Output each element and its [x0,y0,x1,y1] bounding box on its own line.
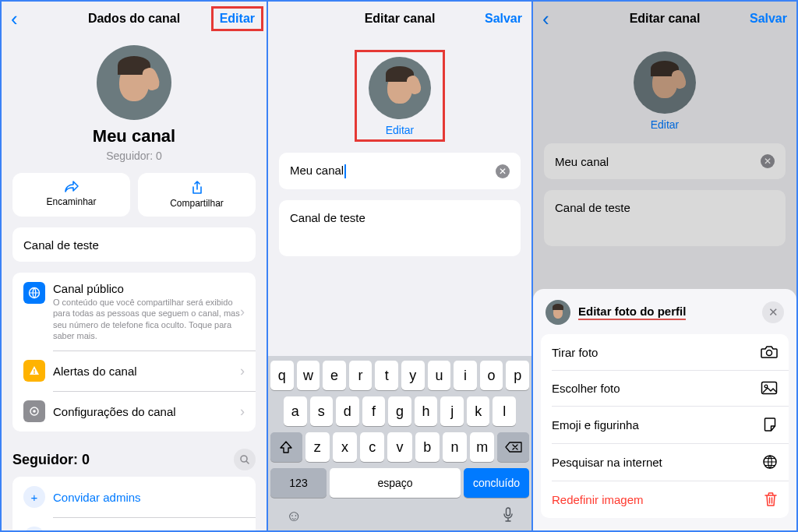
forward-icon [12,181,130,193]
edit-photo-highlight: Editar [355,50,445,142]
keyboard: qwertyuiop asdfghjkl zxcvbnm 123 espaço … [268,356,531,530]
camera-icon [761,345,778,359]
key-y[interactable]: y [401,361,425,390]
svg-point-4 [33,410,36,413]
svg-point-8 [767,351,772,356]
edit-button[interactable]: Editar [211,6,263,31]
key-w[interactable]: w [297,361,320,390]
chevron-right-icon: › [240,363,245,379]
key-n[interactable]: n [443,432,467,462]
alert-icon [23,360,45,382]
key-x[interactable]: x [333,432,357,462]
header: ‹ Dados do canal Editar [2,2,267,36]
action-sheet: Editar foto do perfil ✕ Tirar foto Escol… [533,289,796,530]
key-t[interactable]: t [375,361,398,390]
admins-card: + Convidar admins Link do canal Você [12,477,256,530]
search-icon[interactable] [234,449,256,470]
channel-settings-row[interactable]: Configurações do canal › [12,391,256,432]
channel-alerts-row[interactable]: Alertas do canal › [12,351,256,391]
key-p[interactable]: p [506,361,529,390]
key-s[interactable]: s [310,396,334,426]
share-icon [138,181,256,195]
link-icon [23,527,45,530]
description-input[interactable]: Canal de teste [279,200,521,256]
name-input[interactable]: Meu canal ✕ [279,153,521,189]
key-h[interactable]: h [415,396,438,426]
shift-key[interactable] [270,432,302,462]
back-button[interactable]: ‹ [11,7,18,31]
sticker-icon [762,417,778,432]
mic-key[interactable] [503,507,514,525]
search-web-row[interactable]: Pesquisar na internet [541,443,789,481]
key-z[interactable]: z [305,432,330,462]
key-k[interactable]: k [467,396,490,426]
key-g[interactable]: g [388,396,411,426]
gear-icon [23,400,45,422]
numbers-key[interactable]: 123 [270,468,327,498]
description-card: Canal de teste [12,227,256,262]
panel-channel-info: ‹ Dados do canal Editar Meu canal Seguid… [2,2,267,530]
channel-avatar[interactable] [369,57,431,119]
text-cursor [344,164,346,178]
key-a[interactable]: a [284,396,307,426]
channel-avatar[interactable] [97,45,171,120]
done-key[interactable]: concluído [464,468,529,498]
key-u[interactable]: u [428,361,451,390]
channel-name: Meu canal [2,126,267,146]
key-e[interactable]: e [323,361,346,390]
key-i[interactable]: i [454,361,477,390]
edit-photo-button[interactable]: Editar [357,124,443,136]
share-button[interactable]: Compartilhar [138,173,256,217]
close-icon[interactable]: ✕ [762,301,784,323]
take-photo-row[interactable]: Tirar foto [541,334,789,370]
svg-point-1 [34,372,35,374]
sheet-title: Editar foto do perfil [578,305,686,320]
globe-icon [23,282,45,304]
header: Editar canal Salvar [268,2,531,36]
backspace-key[interactable] [497,432,529,462]
svg-rect-2 [34,369,34,372]
key-b[interactable]: b [415,432,440,462]
plus-icon: + [23,486,45,508]
save-button[interactable]: Salvar [485,12,522,26]
key-o[interactable]: o [480,361,503,390]
clear-icon[interactable]: ✕ [496,164,510,178]
panel-edit-photo-sheet: ‹ Editar canal Salvar Editar Meu canal ✕… [531,2,796,530]
key-j[interactable]: j [440,396,464,426]
emoji-key[interactable]: ☺ [286,507,302,525]
key-m[interactable]: m [470,432,494,462]
space-key[interactable]: espaço [330,468,461,498]
channel-description: Canal de teste [23,238,245,252]
followers-header: Seguidor: 0 [2,442,267,477]
avatar-icon [546,300,570,325]
key-l[interactable]: l [493,396,516,426]
chevron-right-icon: › [240,403,245,420]
image-icon [761,381,778,395]
settings-card: Canal público O conteúdo que você compar… [12,273,256,432]
svg-point-10 [764,385,768,388]
key-r[interactable]: r [349,361,373,390]
key-c[interactable]: c [360,432,384,462]
panel-edit-channel: Editar canal Salvar Editar Meu canal ✕ C… [267,2,531,530]
svg-rect-7 [507,508,510,516]
forward-button[interactable]: Encaminhar [12,173,130,217]
choose-photo-row[interactable]: Escolher foto [541,370,789,406]
reset-image-row[interactable]: Redefinir imagem [541,481,789,518]
key-f[interactable]: f [362,396,386,426]
public-channel-row[interactable]: Canal público O conteúdo que você compar… [12,273,256,351]
key-d[interactable]: d [336,396,359,426]
emoji-sticker-row[interactable]: Emoji e figurinha [541,406,789,443]
channel-link-row[interactable]: Link do canal [12,517,256,530]
key-q[interactable]: q [270,361,294,390]
trash-icon [764,491,778,507]
invite-admins-row[interactable]: + Convidar admins [12,477,256,517]
svg-line-6 [246,461,249,463]
key-v[interactable]: v [387,432,411,462]
chevron-right-icon: › [240,304,245,320]
globe-icon [762,454,778,470]
save-button[interactable]: Salvar [750,12,787,26]
followers-count: Seguidor: 0 [2,150,267,162]
